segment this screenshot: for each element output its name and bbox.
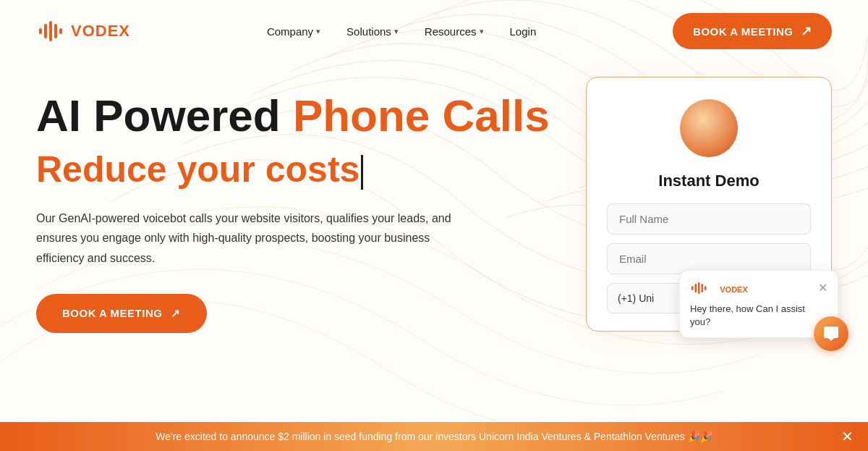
chat-bubble-icon — [822, 325, 840, 342]
svg-rect-10 — [705, 286, 707, 290]
logo-text: VODEX — [71, 22, 130, 41]
header: VODEX Company ▾ Solutions ▾ Resources ▾ … — [0, 0, 868, 62]
nav-login[interactable]: Login — [510, 25, 537, 38]
svg-rect-4 — [54, 24, 57, 38]
logo[interactable]: VODEX — [36, 17, 130, 46]
chevron-down-icon: ▾ — [316, 27, 320, 36]
chat-message: Hey there, how Can I assist you? — [690, 303, 827, 329]
main-content: AI Powered Phone Calls Reduce your costs… — [0, 62, 868, 333]
hero-left: AI Powered Phone Calls Reduce your costs… — [36, 77, 557, 333]
chat-widget-header: VODEX VODEX ✕ — [690, 279, 827, 297]
svg-rect-7 — [695, 284, 697, 292]
arrow-icon: ↗ — [171, 307, 181, 320]
card-avatar — [680, 99, 738, 157]
arrow-icon: ↗ — [801, 23, 812, 39]
full-name-input[interactable] — [607, 203, 811, 235]
logo-icon — [36, 17, 65, 46]
svg-rect-6 — [692, 286, 694, 290]
demo-card: Instant Demo (+1) Uni (+44) United Kingd… — [586, 77, 832, 332]
avatar-image — [680, 99, 738, 157]
svg-rect-1 — [39, 28, 42, 34]
nav-resources[interactable]: Resources ▾ — [425, 25, 484, 38]
card-title: Instant Demo — [607, 172, 811, 190]
chat-brand-name: VODEX — [720, 285, 748, 294]
chat-bubble-button[interactable] — [814, 316, 848, 351]
svg-rect-3 — [49, 21, 52, 41]
svg-rect-8 — [698, 282, 700, 294]
svg-rect-9 — [702, 284, 704, 292]
announcement-close-button[interactable]: ✕ — [841, 428, 854, 445]
chat-close-button[interactable]: ✕ — [818, 281, 827, 295]
svg-rect-5 — [59, 28, 62, 34]
main-headline: AI Powered Phone Calls — [36, 91, 557, 140]
announcement-text: We're excited to announce $2 million in … — [156, 431, 712, 442]
sub-headline: Reduce your costs — [36, 148, 557, 191]
nav-company[interactable]: Company ▾ — [267, 25, 320, 38]
chat-widget-logo: VODEX — [690, 279, 707, 297]
chevron-down-icon: ▾ — [394, 27, 399, 36]
main-nav: Company ▾ Solutions ▾ Resources ▾ Login — [267, 25, 536, 38]
svg-rect-2 — [44, 24, 47, 38]
cta-book-meeting-button[interactable]: BOOK A MEETING ↗ — [36, 294, 207, 333]
hero-description: Our GenAI-powered voicebot calls your we… — [36, 208, 456, 268]
announcement-bar: We're excited to announce $2 million in … — [0, 422, 868, 451]
chevron-down-icon: ▾ — [480, 27, 484, 36]
text-cursor — [361, 155, 363, 190]
nav-solutions[interactable]: Solutions ▾ — [346, 25, 399, 38]
header-book-meeting-button[interactable]: BOOK A MEETING ↗ — [673, 13, 832, 49]
